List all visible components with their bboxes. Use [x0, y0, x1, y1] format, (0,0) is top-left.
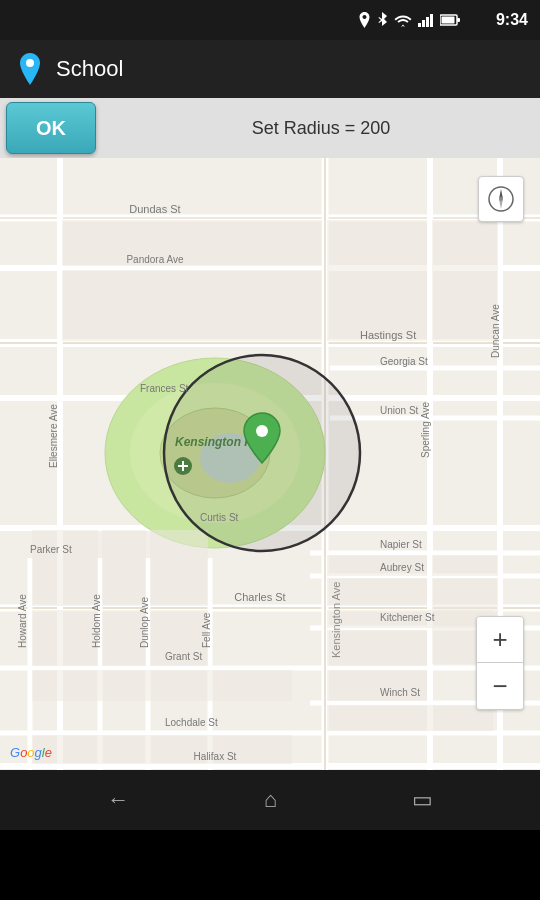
svg-rect-2 — [426, 17, 429, 27]
compass-icon — [487, 185, 515, 213]
svg-text:Charles St: Charles St — [234, 591, 285, 603]
ok-button-label: OK — [36, 117, 66, 140]
svg-text:Dundas St: Dundas St — [129, 203, 180, 215]
status-bar: 9:34 — [0, 0, 540, 40]
svg-text:Winch St: Winch St — [380, 687, 420, 698]
ok-button[interactable]: OK — [6, 102, 96, 154]
nav-bar: ← ⌂ ▭ — [0, 770, 540, 830]
svg-rect-54 — [327, 578, 427, 606]
svg-text:Frances St: Frances St — [140, 383, 189, 394]
svg-text:Halifax St: Halifax St — [194, 751, 237, 762]
zoom-out-button[interactable]: − — [477, 663, 523, 709]
svg-rect-47 — [32, 610, 98, 666]
signal-icon — [418, 13, 434, 27]
page-title: School — [56, 56, 123, 82]
svg-text:Dunlop Ave: Dunlop Ave — [139, 597, 150, 648]
home-button[interactable]: ⌂ — [254, 777, 287, 823]
svg-point-94 — [499, 197, 503, 201]
svg-rect-53 — [432, 555, 498, 576]
battery-icon — [440, 14, 460, 26]
svg-rect-43 — [432, 220, 498, 341]
wifi-icon — [394, 14, 412, 27]
svg-text:Grant St: Grant St — [165, 651, 202, 662]
google-logo: Google — [10, 745, 52, 760]
zoom-in-button[interactable]: + — [477, 617, 523, 663]
svg-rect-42 — [327, 220, 427, 341]
svg-text:Howard Ave: Howard Ave — [17, 594, 28, 648]
svg-text:Pandora Ave: Pandora Ave — [126, 254, 184, 265]
svg-rect-5 — [457, 18, 460, 22]
svg-text:Ellesmere Ave: Ellesmere Ave — [48, 404, 59, 468]
bluetooth-icon — [377, 12, 388, 28]
svg-rect-50 — [32, 670, 292, 701]
svg-rect-1 — [422, 20, 425, 27]
svg-text:Curtis St: Curtis St — [200, 512, 239, 523]
map-svg: Dundas St Pandora Ave Hastings St France… — [0, 158, 540, 770]
svg-text:Kensington Ave: Kensington Ave — [330, 582, 342, 658]
svg-point-90 — [256, 425, 268, 437]
svg-text:Union St: Union St — [380, 405, 419, 416]
status-time: 9:34 — [496, 11, 528, 29]
location-pin-icon — [16, 55, 44, 83]
svg-rect-44 — [32, 530, 98, 606]
svg-text:Duncan Ave: Duncan Ave — [490, 304, 501, 358]
svg-text:Aubrey St: Aubrey St — [380, 562, 424, 573]
svg-text:Georgia St: Georgia St — [380, 356, 428, 367]
svg-text:Holdom Ave: Holdom Ave — [91, 594, 102, 648]
svg-text:Fell Ave: Fell Ave — [201, 612, 212, 648]
title-bar: School — [0, 40, 540, 98]
svg-text:Napier St: Napier St — [380, 539, 422, 550]
svg-rect-0 — [418, 23, 421, 27]
svg-text:Hastings St: Hastings St — [360, 329, 416, 341]
location-status-icon — [358, 12, 371, 28]
svg-rect-6 — [442, 17, 455, 24]
controls-bar: OK Set Radius = 200 — [0, 98, 540, 158]
svg-rect-3 — [430, 14, 433, 27]
svg-text:Kitchener St: Kitchener St — [380, 612, 435, 623]
status-icons — [358, 12, 460, 28]
svg-text:Lochdale St: Lochdale St — [165, 717, 218, 728]
svg-point-7 — [26, 59, 34, 67]
compass-button[interactable] — [478, 176, 524, 222]
svg-rect-55 — [327, 630, 427, 666]
radius-label: Set Radius = 200 — [102, 118, 540, 139]
svg-rect-46 — [150, 530, 208, 606]
zoom-controls: + − — [476, 616, 524, 710]
svg-rect-45 — [102, 530, 146, 606]
svg-text:Parker St: Parker St — [30, 544, 72, 555]
svg-text:Sperling Ave: Sperling Ave — [420, 402, 431, 458]
svg-rect-58 — [327, 705, 493, 731]
svg-rect-51 — [32, 735, 292, 764]
svg-rect-41 — [62, 270, 322, 341]
recent-apps-button[interactable]: ▭ — [402, 777, 443, 823]
map-container[interactable]: Dundas St Pandora Ave Hastings St France… — [0, 158, 540, 770]
svg-rect-40 — [62, 220, 322, 266]
back-button[interactable]: ← — [97, 777, 139, 823]
